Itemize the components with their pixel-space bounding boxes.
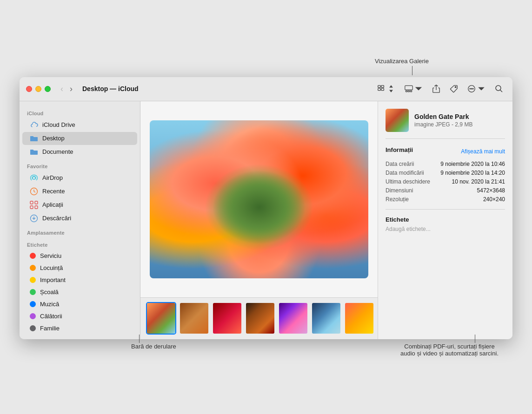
minimize-button[interactable] [35, 86, 41, 92]
sidebar-item-scoala[interactable]: Școală [22, 286, 137, 298]
thumb-2-bg [180, 303, 208, 334]
filmstrip-thumb-7[interactable] [344, 302, 374, 335]
sidebar-item-calatorii[interactable]: Călătorii [22, 310, 137, 322]
file-header: Golden Gate Park imagine JPEG - 2,9 MB [386, 109, 505, 139]
filmstrip-thumb-5[interactable] [278, 302, 308, 335]
sidebar-item-familie[interactable]: Familie [22, 322, 137, 334]
chevron-updown-icon [387, 85, 395, 93]
apps-icon [30, 201, 38, 209]
amplasamente-section-title: Amplasamente [20, 225, 140, 237]
filmstrip-thumb-1[interactable] [146, 302, 176, 335]
close-button[interactable] [26, 86, 32, 92]
back-button[interactable]: ‹ [58, 83, 66, 95]
svg-line-14 [500, 90, 503, 92]
sidebar-item-serviciu[interactable]: Serviciu [22, 250, 137, 262]
filmstrip-thumb-2[interactable] [179, 302, 209, 335]
share-button[interactable] [429, 83, 443, 95]
gallery-area [140, 101, 378, 297]
svg-rect-3 [381, 88, 384, 91]
forward-button[interactable]: › [67, 83, 75, 95]
add-tags-input[interactable]: Adaugă etichete... [386, 226, 505, 232]
thumb-7-bg [345, 303, 373, 334]
rezolutie-label: Rezoluție [386, 196, 409, 203]
svg-rect-4 [405, 85, 412, 90]
svg-rect-18 [35, 201, 38, 204]
info-section-title: Informații [386, 146, 413, 153]
maximize-button[interactable] [45, 86, 51, 92]
ultima-deschidere-value: 10 nov. 2020 la 21:41 [452, 178, 505, 185]
clock-icon [30, 187, 38, 196]
sidebar-item-muzica[interactable]: Muzică [22, 298, 137, 310]
right-panel: Golden Gate Park imagine JPEG - 2,9 MB I… [378, 101, 512, 339]
important-label: Important [40, 276, 66, 283]
thumb-1-bg [147, 303, 175, 334]
chevron-down-small-icon [414, 85, 423, 93]
sidebar: iCloud iCloud Drive Deskt [20, 101, 140, 339]
rezolutie-row: Rezoluție 240×240 [386, 196, 505, 203]
svg-rect-0 [378, 85, 380, 88]
data-crearii-value: 9 noiembrie 2020 la 10:46 [440, 161, 505, 167]
scoala-label: Școală [40, 289, 59, 296]
airdrop-label: AirDrop [42, 174, 63, 181]
sidebar-item-desktop[interactable]: Desktop [22, 132, 137, 145]
locuinta-dot [30, 265, 36, 271]
filmstrip-thumb-3[interactable] [212, 302, 242, 335]
title-bar: ‹ › Desktop — iCloud [20, 77, 512, 101]
folder-icon [30, 134, 38, 143]
data-modificarii-label: Data modificării [386, 170, 424, 176]
muzica-label: Muzică [40, 301, 59, 308]
svg-rect-19 [30, 206, 33, 209]
sidebar-item-icloud-drive[interactable]: iCloud Drive [22, 118, 137, 131]
main-image[interactable] [150, 120, 368, 278]
sidebar-item-important[interactable]: Important [22, 274, 137, 286]
actions-annotation: Combinați PDF-uri, scurtați fișiereaudio… [400, 343, 512, 357]
svg-point-11 [471, 88, 472, 89]
svg-rect-5 [406, 91, 407, 92]
filmstrip-thumb-4[interactable] [245, 302, 275, 335]
gallery-view-annotation: Vizualizarea Galerie [375, 58, 429, 65]
sidebar-item-recente[interactable]: Recente [22, 185, 137, 198]
more-circle-icon [467, 85, 476, 93]
toolbar [374, 83, 506, 95]
dimensiuni-value: 5472×3648 [477, 187, 505, 194]
view-switcher-button[interactable] [374, 83, 398, 95]
sidebar-item-descarcari[interactable]: Descărcări [22, 212, 137, 225]
main-content: iCloud iCloud Drive Deskt [20, 101, 512, 339]
file-thumbnail [386, 109, 409, 132]
file-name: Golden Gate Park [414, 113, 505, 120]
gallery-view-button[interactable] [402, 83, 426, 95]
finder-window: ‹ › Desktop — iCloud [20, 77, 512, 339]
file-meta: imagine JPEG - 2,9 MB [414, 121, 505, 128]
file-thumb-bg [386, 109, 409, 132]
svg-point-13 [496, 85, 501, 91]
bottom-annotations: Bară de derulare Combinați PDF-uri, scur… [20, 339, 512, 357]
sidebar-item-documente[interactable]: Documente [22, 145, 137, 158]
download-icon [30, 214, 38, 223]
svg-point-8 [455, 86, 456, 87]
eticheta-section-title: Etichete [20, 237, 140, 250]
icloud-section-title: iCloud [20, 106, 140, 118]
descarcari-label: Descărcări [42, 215, 71, 222]
sidebar-item-aplicatii[interactable]: Aplicații [22, 198, 137, 211]
search-button[interactable] [492, 83, 506, 95]
icloud-icon [30, 121, 38, 129]
tags-section: Etichete Adaugă etichete... [386, 209, 505, 232]
sidebar-item-airdrop[interactable]: AirDrop [22, 171, 137, 184]
annotation-line-right [475, 335, 475, 343]
calatorii-dot [30, 313, 36, 319]
data-modificarii-value: 9 noiembrie 2020 la 14:20 [440, 170, 505, 176]
svg-rect-7 [410, 91, 412, 92]
familie-dot [30, 325, 36, 331]
familie-label: Familie [40, 325, 60, 332]
tag-button[interactable] [447, 83, 461, 95]
svg-rect-6 [408, 91, 409, 92]
thumb-6-bg [312, 303, 340, 334]
sidebar-item-locuinta[interactable]: Locuință [22, 262, 137, 274]
grid-view-icon [377, 85, 386, 93]
center-panel: Rotește sprestânga Marcaj [140, 101, 378, 339]
svg-rect-1 [381, 85, 384, 88]
show-more-button[interactable]: Afișează mai mult [461, 148, 505, 155]
more-button[interactable] [465, 83, 488, 95]
locuinta-label: Locuință [40, 264, 63, 271]
filmstrip-thumb-6[interactable] [311, 302, 341, 335]
